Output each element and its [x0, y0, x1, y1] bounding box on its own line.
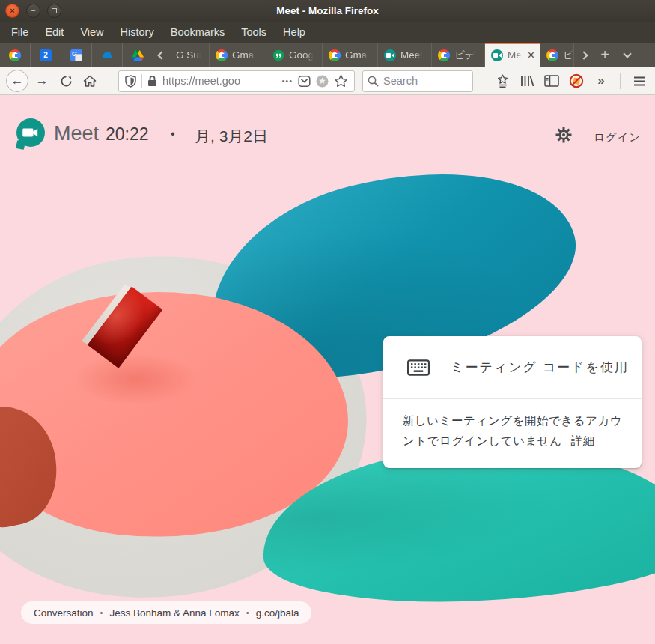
- menu-edit[interactable]: Edit: [37, 23, 72, 41]
- divider: [141, 74, 142, 88]
- navigation-toolbar: ← → https://meet.goo •••: [0, 67, 655, 95]
- tracking-shield-icon: [125, 75, 136, 88]
- close-tab-icon[interactable]: ×: [528, 49, 534, 62]
- dot-separator: •: [171, 127, 175, 141]
- library-icon: [520, 74, 534, 88]
- tab-gmail-2[interactable]: Gmai: [323, 43, 378, 67]
- menu-tools[interactable]: Tools: [233, 23, 275, 41]
- bookmarks-menu-icon: [496, 74, 510, 88]
- settings-button[interactable]: [555, 127, 572, 143]
- search-icon: [368, 76, 379, 87]
- pinned-tab-translate[interactable]: G: [61, 43, 92, 67]
- menu-help[interactable]: Help: [275, 23, 314, 41]
- menu-file[interactable]: File: [3, 23, 37, 41]
- tab-hangouts[interactable]: Goog: [266, 43, 323, 67]
- lock-icon: [147, 75, 157, 87]
- translate-icon: G: [70, 49, 82, 61]
- gear-icon: [555, 127, 572, 143]
- tab-strip: 2 G G Sui G: [0, 43, 655, 67]
- login-button[interactable]: ログイン: [594, 130, 641, 145]
- google-icon: [329, 49, 341, 61]
- conversation-pill[interactable]: Conversation • Jess Bonham & Anna Lomax …: [21, 601, 311, 624]
- bookmarks-menu-button[interactable]: [493, 71, 512, 91]
- tab-video[interactable]: ビデ: [432, 43, 485, 67]
- meet-icon: [384, 49, 396, 61]
- tab-label: G Sui: [176, 49, 201, 61]
- meet-header: Meet 20:22 • 月, 3月2日 ログイン: [0, 95, 655, 174]
- tab-label: Me: [508, 49, 522, 61]
- list-all-tabs-button[interactable]: [616, 43, 639, 67]
- tab-gsuite[interactable]: G Sui: [170, 43, 210, 67]
- google-icon: [216, 49, 228, 61]
- tab-label: Gmai: [345, 49, 369, 61]
- video-camera-icon: [16, 118, 45, 147]
- reload-icon: [60, 75, 73, 88]
- meet-logo[interactable]: [16, 118, 45, 147]
- tab-meet-1[interactable]: Meet: [378, 43, 432, 67]
- toolbar-actions: »: [493, 71, 649, 91]
- card-message: 新しいミーティングを開始できるアカウントでログインしていません詳細: [383, 399, 642, 451]
- chevron-left-icon: [157, 51, 165, 59]
- menu-bookmarks[interactable]: Bookmarks: [162, 23, 234, 41]
- reload-button[interactable]: [57, 72, 75, 90]
- tab-label: Meet: [400, 49, 423, 61]
- pinned-tab-onedrive[interactable]: [92, 43, 123, 67]
- app-menu-button[interactable]: [630, 71, 649, 91]
- domino-shadow: [69, 351, 204, 407]
- bookmark-star-icon[interactable]: [334, 74, 348, 88]
- blocked-scripts-icon: [569, 73, 584, 88]
- pinned-tabs: 2 G: [0, 43, 153, 67]
- menu-view[interactable]: View: [72, 23, 112, 41]
- forward-button[interactable]: →: [33, 73, 51, 88]
- close-window-button[interactable]: ×: [5, 4, 19, 18]
- dot-separator: •: [246, 608, 249, 617]
- back-button[interactable]: ←: [6, 70, 28, 92]
- overflow-menu-button[interactable]: »: [591, 71, 611, 91]
- tab-label: ビ: [563, 49, 573, 62]
- brand-name: Meet: [54, 122, 99, 145]
- tab-meet-active[interactable]: Me ×: [485, 43, 540, 67]
- window-controls: × −: [5, 4, 61, 18]
- titlebar: × − Meet - Mozilla Firefox: [0, 0, 655, 22]
- window-title: Meet - Mozilla Firefox: [276, 5, 379, 16]
- maximize-window-button[interactable]: [47, 4, 61, 18]
- noscript-extension-button[interactable]: [567, 71, 586, 91]
- tab-label: Gmai: [232, 49, 256, 61]
- google-icon: [438, 49, 450, 61]
- tab-gmail-1[interactable]: Gmai: [210, 43, 266, 67]
- scroll-tabs-left-button[interactable]: [153, 43, 170, 67]
- onedrive-cloud-icon: [101, 49, 113, 61]
- current-date: 月, 3月2日: [195, 126, 268, 147]
- pinned-tab-drive[interactable]: [123, 43, 153, 67]
- scroll-tabs-right-button[interactable]: [574, 43, 594, 67]
- sidebars-button[interactable]: [542, 71, 561, 91]
- maximize-icon: [52, 8, 57, 13]
- url-text: https://meet.goo: [162, 75, 276, 87]
- menu-history[interactable]: History: [112, 23, 162, 41]
- card-title: ミーティング コードを使用: [451, 359, 629, 376]
- tab-label: Goog: [289, 49, 314, 61]
- pinned-tab-google[interactable]: [0, 43, 31, 67]
- screenshots-icon[interactable]: [316, 75, 329, 88]
- page-actions-icon[interactable]: •••: [281, 76, 293, 85]
- hamburger-icon: [633, 76, 646, 86]
- pill-item-link: g.co/jbala: [256, 607, 299, 619]
- search-input[interactable]: [383, 75, 458, 87]
- divider: [620, 73, 621, 89]
- minimize-window-button[interactable]: −: [26, 4, 40, 18]
- home-button[interactable]: [81, 72, 99, 90]
- pinned-tab-calendar[interactable]: 2: [31, 43, 61, 67]
- use-meeting-code-button[interactable]: ミーティング コードを使用: [383, 336, 642, 399]
- learn-more-link[interactable]: 詳細: [571, 434, 595, 447]
- tab-label: ビデ: [454, 49, 475, 62]
- menubar: File Edit View History Bookmarks Tools H…: [0, 22, 655, 43]
- search-bar[interactable]: [362, 70, 473, 92]
- new-tab-button[interactable]: +: [594, 43, 616, 67]
- tab-video-2[interactable]: ビ: [540, 43, 574, 67]
- library-button[interactable]: [517, 71, 537, 91]
- calendar-icon: 2: [40, 49, 52, 61]
- pocket-icon[interactable]: [298, 75, 311, 88]
- hangouts-icon: [272, 49, 284, 61]
- google-icon: [9, 49, 21, 61]
- url-bar[interactable]: https://meet.goo •••: [118, 70, 355, 92]
